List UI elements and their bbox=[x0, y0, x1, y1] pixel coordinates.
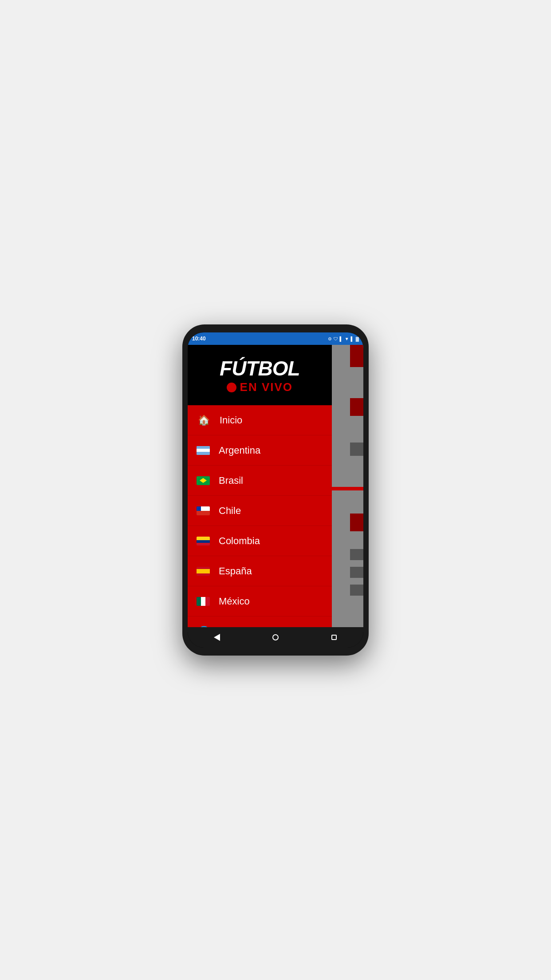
nav-item-internacional[interactable]: 🌐 Internacional bbox=[188, 616, 332, 627]
screen-content: FÚTBOL EN VIVO 🏠 Inicio bbox=[188, 345, 363, 627]
status-icons: 🛡 ▌ ▼ ▌ ▓ bbox=[328, 336, 359, 341]
home-icon: 🏠 bbox=[197, 415, 211, 426]
nav-item-chile[interactable]: Chile bbox=[188, 496, 332, 526]
nav-item-colombia[interactable]: Colombia bbox=[188, 526, 332, 556]
app-header: FÚTBOL EN VIVO bbox=[188, 345, 332, 405]
bg-block-2 bbox=[350, 398, 363, 416]
flag-mexico bbox=[197, 597, 210, 606]
recents-icon bbox=[331, 635, 337, 640]
nav-item-brasil[interactable]: Brasil bbox=[188, 466, 332, 496]
battery-icon: ▓ bbox=[356, 336, 359, 341]
nav-item-argentina[interactable]: Argentina bbox=[188, 435, 332, 466]
phone-device: 10:40 🛡 ▌ ▼ ▌ ▓ FÚTBOL EN VIVO bbox=[182, 324, 369, 656]
sim-icon: ▌ bbox=[340, 336, 343, 341]
bg-block-6 bbox=[350, 567, 363, 578]
nav-label-internacional: Internacional bbox=[220, 626, 276, 628]
nav-label-espana: España bbox=[219, 565, 252, 577]
nav-item-mexico[interactable]: México bbox=[188, 586, 332, 616]
status-bar: 10:40 🛡 ▌ ▼ ▌ ▓ bbox=[188, 332, 363, 345]
nav-item-inicio[interactable]: 🏠 Inicio bbox=[188, 405, 332, 435]
globe-icon: 🌐 bbox=[197, 626, 211, 628]
bg-block-1 bbox=[350, 345, 363, 367]
nav-label-colombia: Colombia bbox=[219, 535, 260, 547]
bottom-nav bbox=[188, 627, 363, 648]
nav-label-brasil: Brasil bbox=[219, 475, 243, 486]
flag-espana bbox=[197, 567, 210, 576]
flag-colombia bbox=[197, 537, 210, 545]
flag-chile bbox=[197, 506, 210, 515]
nav-item-espana[interactable]: España bbox=[188, 556, 332, 586]
nav-label-chile: Chile bbox=[219, 505, 241, 517]
nav-label-mexico: México bbox=[219, 596, 250, 607]
bg-content bbox=[332, 345, 363, 627]
back-icon bbox=[214, 634, 220, 641]
nav-menu: 🏠 Inicio Argentina bbox=[188, 405, 332, 627]
phone-screen: 10:40 🛡 ▌ ▼ ▌ ▓ FÚTBOL EN VIVO bbox=[188, 332, 363, 648]
back-button[interactable] bbox=[208, 628, 226, 646]
bg-stripe-1 bbox=[332, 487, 363, 490]
drawer-menu: FÚTBOL EN VIVO 🏠 Inicio bbox=[188, 345, 332, 627]
bg-block-7 bbox=[350, 585, 363, 596]
signal-icon: ▌ bbox=[351, 336, 354, 341]
app-subtitle: EN VIVO bbox=[240, 380, 293, 394]
live-dot bbox=[227, 383, 236, 392]
wifi-icon: ▼ bbox=[345, 336, 349, 341]
flag-argentina bbox=[197, 446, 210, 455]
status-time: 10:40 bbox=[192, 336, 206, 342]
home-icon bbox=[272, 634, 279, 640]
flag-brasil bbox=[197, 476, 210, 485]
nav-label-inicio: Inicio bbox=[220, 415, 242, 426]
gear-icon bbox=[328, 336, 332, 341]
app-subtitle-row: EN VIVO bbox=[227, 380, 293, 394]
bg-block-5 bbox=[350, 549, 363, 560]
nav-label-argentina: Argentina bbox=[219, 445, 260, 456]
recents-button[interactable] bbox=[325, 628, 343, 646]
bg-block-3 bbox=[350, 443, 363, 456]
shield-icon: 🛡 bbox=[334, 336, 338, 341]
home-button[interactable] bbox=[267, 628, 284, 646]
app-title: FÚTBOL bbox=[220, 358, 300, 379]
bg-block-4 bbox=[350, 514, 363, 531]
